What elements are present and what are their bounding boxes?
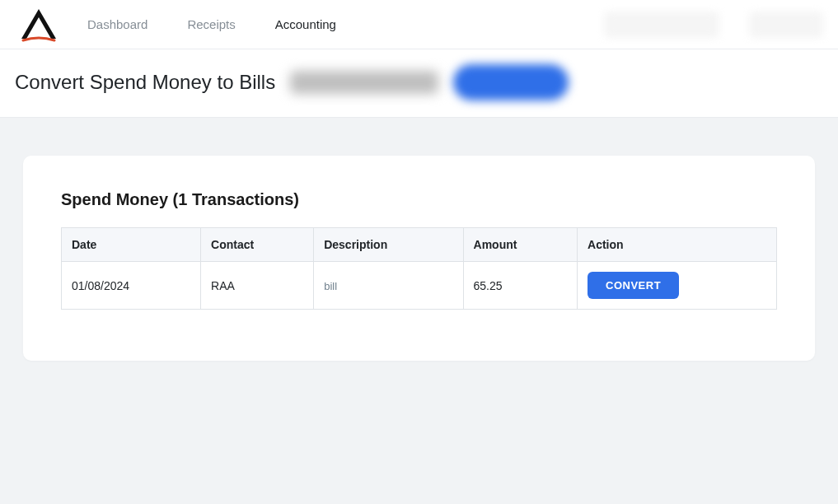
- transactions-table: Date Contact Description Amount Action 0…: [61, 227, 777, 310]
- cell-date: 01/08/2024: [62, 262, 201, 310]
- col-amount: Amount: [463, 228, 577, 262]
- transactions-card: Spend Money (1 Transactions) Date Contac…: [23, 156, 815, 361]
- top-nav: Dashboard Receipts Accounting: [0, 0, 838, 49]
- table-header-row: Date Contact Description Amount Action: [62, 228, 777, 262]
- subheader-button-blurred[interactable]: [453, 64, 569, 100]
- content: Spend Money (1 Transactions) Date Contac…: [0, 118, 838, 399]
- col-contact: Contact: [201, 228, 314, 262]
- cell-action: CONVERT: [578, 262, 777, 310]
- subheader-subtitle-blurred: [290, 71, 438, 94]
- col-date: Date: [62, 228, 201, 262]
- description-link[interactable]: bill: [324, 280, 337, 292]
- cell-description: bill: [314, 262, 463, 310]
- cell-amount: 65.25: [463, 262, 577, 310]
- cell-contact: RAA: [201, 262, 314, 310]
- nav-right-item-1[interactable]: [604, 12, 719, 38]
- nav-receipts[interactable]: Receipts: [187, 17, 235, 31]
- table-row: 01/08/2024 RAA bill 65.25 CONVERT: [62, 262, 777, 310]
- nav-right-item-2[interactable]: [749, 12, 823, 38]
- col-action: Action: [578, 228, 777, 262]
- nav-accounting[interactable]: Accounting: [275, 17, 336, 31]
- col-description: Description: [314, 228, 463, 262]
- nav-right: [604, 12, 823, 38]
- nav-items: Dashboard Receipts Accounting: [87, 17, 336, 31]
- convert-button[interactable]: CONVERT: [588, 272, 679, 299]
- nav-dashboard[interactable]: Dashboard: [87, 17, 147, 31]
- page-title: Convert Spend Money to Bills: [15, 71, 275, 94]
- logo: [15, 6, 63, 44]
- subheader: Convert Spend Money to Bills: [0, 49, 838, 118]
- section-title: Spend Money (1 Transactions): [61, 190, 777, 209]
- logo-icon: [15, 6, 63, 44]
